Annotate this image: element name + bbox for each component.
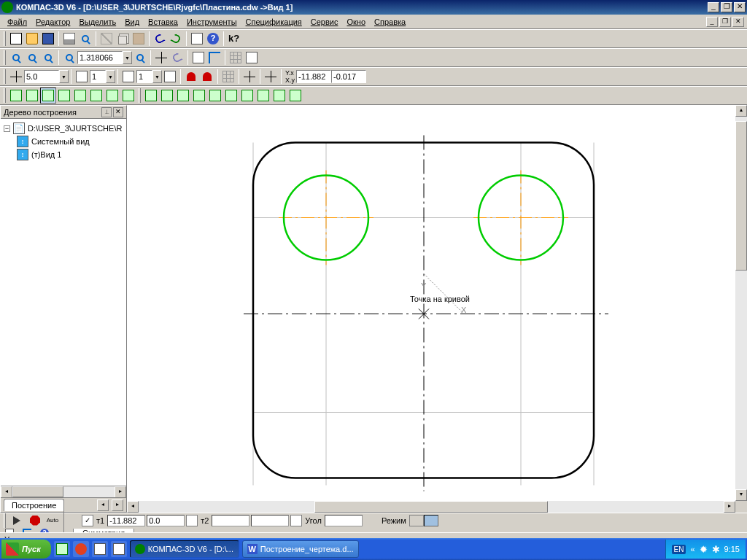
angle-input[interactable] bbox=[325, 515, 363, 526]
snap-settings-button[interactable] bbox=[199, 69, 215, 85]
text-button[interactable] bbox=[104, 88, 120, 104]
tree-root-node[interactable]: − 📄 D:\USER_3\JURTSCHE\R bbox=[4, 122, 123, 135]
snap-button[interactable] bbox=[183, 69, 199, 85]
tree-close-button[interactable]: ✕ bbox=[113, 107, 123, 117]
symmetry-button[interactable] bbox=[40, 88, 56, 104]
zoom-window-button[interactable] bbox=[40, 50, 56, 66]
undo-button[interactable] bbox=[152, 31, 168, 47]
quicklaunch-browser[interactable] bbox=[73, 541, 89, 557]
save-button[interactable] bbox=[40, 31, 56, 47]
quicklaunch-excel[interactable] bbox=[54, 541, 70, 557]
toolbar-grip[interactable] bbox=[4, 50, 6, 65]
t1-x-input[interactable] bbox=[107, 515, 145, 526]
zoom-in-button[interactable] bbox=[8, 50, 24, 66]
style-button[interactable] bbox=[120, 69, 136, 85]
scroll-right-button[interactable]: ▸ bbox=[115, 486, 126, 498]
tree-pin-button[interactable]: ⟂ bbox=[101, 107, 112, 117]
refresh-button[interactable] bbox=[190, 50, 206, 66]
toolbar-grip[interactable] bbox=[4, 69, 6, 84]
menu-edit[interactable]: Редактор bbox=[31, 16, 74, 28]
leader-button[interactable] bbox=[88, 88, 104, 104]
toolbar-grip[interactable] bbox=[4, 31, 6, 46]
orientation-button[interactable] bbox=[244, 50, 260, 66]
zoom-fit-button[interactable] bbox=[61, 50, 77, 66]
quicklaunch-desktop[interactable] bbox=[111, 541, 127, 557]
dim-radius-button[interactable] bbox=[56, 88, 72, 104]
layer-button[interactable] bbox=[74, 69, 90, 85]
angle-checkbox[interactable] bbox=[290, 515, 302, 526]
canvas-hscrollbar[interactable]: ◂ ▸ bbox=[127, 501, 735, 513]
dim-diameter-button[interactable] bbox=[72, 88, 88, 104]
grid-button[interactable] bbox=[220, 69, 236, 85]
toolbar-grip[interactable] bbox=[4, 513, 6, 528]
tab-scroll-right[interactable]: ▸ bbox=[112, 499, 123, 511]
properties-button[interactable] bbox=[189, 31, 205, 47]
minimize-button[interactable]: _ bbox=[708, 2, 719, 12]
redo-button[interactable] bbox=[168, 31, 184, 47]
create-object-button[interactable] bbox=[9, 513, 26, 529]
tray-icon-3[interactable]: ✱ bbox=[712, 544, 720, 555]
layer-input[interactable] bbox=[90, 70, 106, 83]
tree-child-node[interactable]: ↕ (т)Вид 1 bbox=[17, 148, 123, 161]
tree-hscrollbar[interactable]: ◂ ▸ bbox=[1, 486, 126, 497]
copy-button[interactable] bbox=[115, 31, 131, 47]
scroll-left-button[interactable]: ◂ bbox=[1, 486, 12, 498]
mdi-minimize-button[interactable]: _ bbox=[706, 17, 718, 27]
linestyle-button[interactable] bbox=[162, 69, 178, 85]
edit-break-button[interactable] bbox=[255, 88, 271, 104]
variables-button[interactable]: ? bbox=[205, 31, 221, 47]
taskbar-item-word[interactable]: W Построение_чертежа.d... bbox=[242, 540, 359, 558]
quicklaunch-mail[interactable] bbox=[92, 541, 108, 557]
canvas-vscrollbar[interactable]: ▴ ▾ bbox=[735, 105, 747, 501]
redraw-button[interactable] bbox=[206, 50, 222, 66]
edit-fillet-button[interactable] bbox=[271, 88, 287, 104]
help-cursor-button[interactable]: k? bbox=[226, 31, 242, 47]
start-button[interactable]: Пуск bbox=[1, 540, 51, 559]
step-dropdown[interactable]: ▼ bbox=[59, 70, 69, 83]
tree-body[interactable]: − 📄 D:\USER_3\JURTSCHE\R ↕ Системный вид… bbox=[1, 119, 126, 486]
edit-scale-button[interactable] bbox=[175, 88, 191, 104]
edit-trim-button[interactable] bbox=[223, 88, 239, 104]
edit-copy-button[interactable] bbox=[207, 88, 223, 104]
scroll-up-button[interactable]: ▴ bbox=[735, 105, 747, 117]
show-all-button[interactable] bbox=[228, 50, 244, 66]
new-button[interactable] bbox=[8, 31, 24, 47]
menu-select[interactable]: Выделить bbox=[74, 16, 120, 28]
edit-rotate-button[interactable] bbox=[159, 88, 175, 104]
coord-y-input[interactable] bbox=[331, 70, 366, 83]
tray-icon-2[interactable]: ✹ bbox=[700, 544, 708, 555]
style-dropdown[interactable]: ▼ bbox=[152, 70, 162, 83]
maximize-button[interactable]: ❐ bbox=[721, 2, 732, 12]
menu-insert[interactable]: Вставка bbox=[144, 16, 182, 28]
zoom-input[interactable] bbox=[77, 51, 123, 64]
scroll-left-button[interactable]: ◂ bbox=[127, 501, 139, 513]
collapse-icon[interactable]: − bbox=[4, 125, 10, 132]
ortho-button[interactable] bbox=[241, 69, 258, 85]
tree-child-node[interactable]: ↕ Системный вид bbox=[17, 135, 123, 148]
tree-tab-build[interactable]: Построение bbox=[4, 499, 64, 511]
dim-angle-button[interactable] bbox=[24, 88, 40, 104]
menu-help[interactable]: Справка bbox=[370, 16, 410, 28]
rotate-button[interactable] bbox=[169, 50, 185, 66]
taskbar-item-kompas[interactable]: КОМПАС-3D V6 - [D:\... bbox=[130, 540, 239, 558]
scroll-down-button[interactable]: ▾ bbox=[735, 489, 747, 501]
layer-dropdown[interactable]: ▼ bbox=[106, 70, 115, 83]
menu-spec[interactable]: Спецификация bbox=[241, 16, 306, 28]
t2-checkbox[interactable] bbox=[186, 515, 198, 526]
menu-service[interactable]: Сервис bbox=[306, 16, 343, 28]
open-button[interactable] bbox=[24, 31, 40, 47]
menu-window[interactable]: Окно bbox=[342, 16, 370, 28]
zoom-dropdown[interactable]: ▼ bbox=[123, 51, 132, 64]
tab-scroll-left[interactable]: ◂ bbox=[97, 499, 109, 511]
drawing-canvas[interactable]: X Y Точка на кривой bbox=[127, 105, 735, 501]
mode-keep-button[interactable] bbox=[409, 515, 424, 526]
local-cs-button[interactable] bbox=[263, 69, 279, 85]
coord-x-input[interactable] bbox=[296, 70, 331, 83]
menu-file[interactable]: Файл bbox=[3, 16, 31, 28]
style-combo[interactable]: ▼ bbox=[136, 70, 162, 83]
dim-linear-button[interactable] bbox=[8, 88, 24, 104]
step-combo[interactable]: ▼ bbox=[24, 70, 69, 83]
t1-y-input[interactable] bbox=[147, 515, 185, 526]
scroll-right-button[interactable]: ▸ bbox=[724, 501, 735, 513]
edit-mirror-button[interactable] bbox=[191, 88, 207, 104]
